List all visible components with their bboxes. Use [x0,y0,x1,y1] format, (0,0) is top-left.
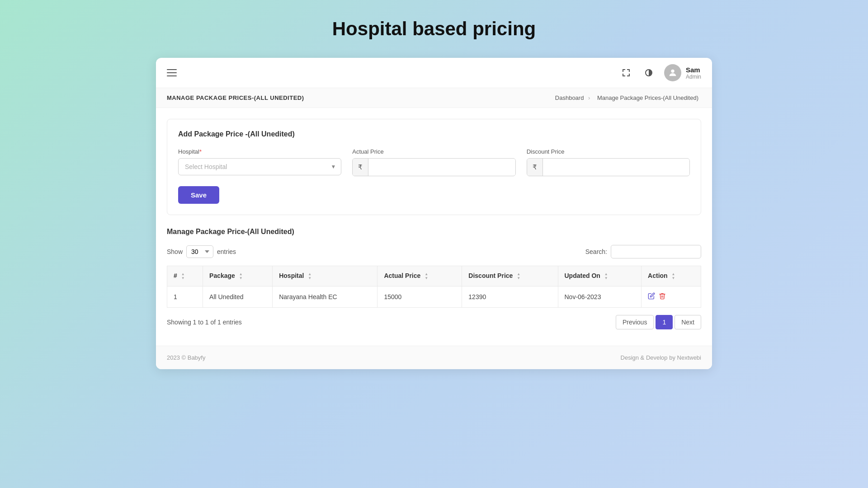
cell-actual-price: 15000 [377,286,462,307]
cell-discount-price: 12390 [462,286,558,307]
col-discount-price: Discount Price ▲▼ [462,266,558,286]
top-nav: Sam Admin [156,58,712,88]
sort-icon-actual-price[interactable]: ▲▼ [425,272,428,280]
col-updated-on: Updated On ▲▼ [558,266,642,286]
table-row: 1 All Unedited Narayana Health EC 15000 … [167,286,701,307]
sort-icon-package[interactable]: ▲▼ [239,272,243,280]
discount-price-input-wrapper: ₹ [527,158,690,176]
showing-text: Showing 1 to 1 of 1 entries [167,319,242,326]
entries-label: entries [217,248,236,255]
breadcrumb-home[interactable]: Dashboard [555,94,584,101]
table-body: 1 All Unedited Narayana Health EC 15000 … [167,286,701,307]
actual-price-label: Actual Price [352,148,515,155]
required-star: * [199,148,202,155]
actual-price-prefix: ₹ [353,159,368,176]
cell-package: All Unedited [203,286,273,307]
svg-point-0 [671,70,674,73]
footer: 2023 © Babyfy Design & Develop by Nextwe… [156,346,712,369]
pagination-buttons: Previous 1 Next [616,315,701,329]
sort-icon-hospital[interactable]: ▲▼ [308,272,311,280]
user-profile[interactable]: Sam Admin [664,64,701,81]
action-buttons [648,292,694,301]
show-entries: Show 30 10 25 50 100 entries [167,245,236,258]
previous-button[interactable]: Previous [616,315,654,329]
avatar [664,64,681,81]
actual-price-input[interactable] [368,159,515,175]
sort-icon-updated-on[interactable]: ▲▼ [604,272,608,280]
col-index: # ▲▼ [167,266,203,286]
table-head: # ▲▼ Package ▲▼ Hospital ▲▼ Actual Price… [167,266,701,286]
user-role: Admin [686,74,701,80]
table-controls: Show 30 10 25 50 100 entries Search: [167,245,701,258]
cell-index: 1 [167,286,203,307]
actual-price-input-wrapper: ₹ [352,158,515,176]
breadcrumb-current: Manage Package Prices-(All Unedited) [597,94,698,101]
actual-price-group: Actual Price ₹ [352,148,515,176]
darkmode-icon[interactable] [642,66,656,80]
breadcrumb-separator: › [588,94,590,101]
search-label: Search: [585,248,607,255]
col-actual-price: Actual Price ▲▼ [377,266,462,286]
section-title: MANAGE PACKAGE PRICES-(ALL UNEDITED) [167,94,304,101]
search-input[interactable] [611,245,701,258]
edit-button[interactable] [648,292,655,301]
save-button[interactable]: Save [178,186,219,204]
add-package-form-card: Add Package Price -(All Unedited) Hospit… [167,119,701,215]
breadcrumb: Dashboard › Manage Package Prices-(All U… [555,94,701,101]
col-package: Package ▲▼ [203,266,273,286]
entries-select[interactable]: 30 10 25 50 100 [186,245,213,258]
cell-hospital: Narayana Health EC [273,286,377,307]
sort-icon-index[interactable]: ▲▼ [181,272,185,280]
table-section-title: Manage Package Price-(All Unedited) [167,228,701,236]
hospital-label: Hospital* [178,148,341,155]
search-row: Search: [585,245,701,258]
sort-icon-action[interactable]: ▲▼ [672,272,675,280]
cell-updated-on: Nov-06-2023 [558,286,642,307]
content-area: Add Package Price -(All Unedited) Hospit… [156,108,712,340]
page-1-button[interactable]: 1 [656,315,673,329]
user-details: Sam Admin [686,66,701,80]
user-name: Sam [686,66,701,74]
footer-credit: Design & Develop by Nextwebi [621,354,701,361]
delete-button[interactable] [659,292,666,301]
hospital-group: Hospital* Select Hospital ▼ [178,148,341,176]
col-action: Action ▲▼ [642,266,701,286]
form-row: Hospital* Select Hospital ▼ Actual Price… [178,148,690,176]
next-button[interactable]: Next [675,315,701,329]
fullscreen-icon[interactable] [619,66,633,80]
discount-price-prefix: ₹ [527,159,543,176]
hospital-select-wrapper: Select Hospital ▼ [178,158,341,175]
col-hospital: Hospital ▲▼ [273,266,377,286]
hamburger-menu[interactable] [167,69,177,76]
breadcrumb-bar: MANAGE PACKAGE PRICES-(ALL UNEDITED) Das… [156,88,712,108]
cell-action [642,286,701,307]
discount-price-label: Discount Price [527,148,690,155]
table-section: Manage Package Price-(All Unedited) Show… [167,228,701,329]
discount-price-group: Discount Price ₹ [527,148,690,176]
discount-price-input[interactable] [543,159,689,175]
page-title: Hospital based pricing [332,18,536,40]
data-table: # ▲▼ Package ▲▼ Hospital ▲▼ Actual Price… [167,266,701,308]
hospital-select[interactable]: Select Hospital [178,158,341,175]
form-card-title: Add Package Price -(All Unedited) [178,130,690,138]
sort-icon-discount-price[interactable]: ▲▼ [517,272,520,280]
pagination-row: Showing 1 to 1 of 1 entries Previous 1 N… [167,315,701,329]
main-card: Sam Admin MANAGE PACKAGE PRICES-(ALL UNE… [156,58,712,369]
show-label: Show [167,248,183,255]
nav-right: Sam Admin [619,64,701,81]
footer-copyright: 2023 © Babyfy [167,354,205,361]
